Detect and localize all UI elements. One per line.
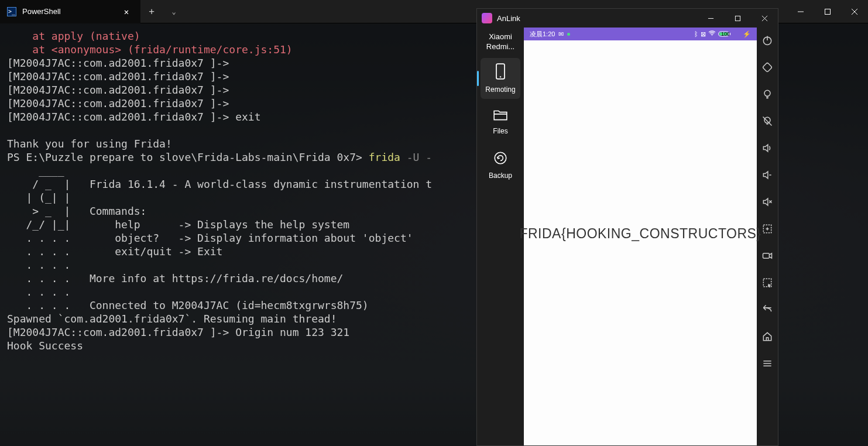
prompt-line: [M2004J7AC::com.ad2001.frida0x7 ]->	[7, 70, 229, 83]
powershell-icon: >_	[7, 7, 16, 16]
volume-mute-icon[interactable]	[760, 195, 774, 209]
status-dot-icon	[567, 33, 570, 36]
banner-line: . . . .	[7, 259, 70, 271]
anlink-logo-icon	[482, 13, 492, 23]
sidebar-label: Backup	[489, 171, 512, 180]
svg-point-10	[495, 152, 506, 164]
power-icon[interactable]	[760, 33, 774, 47]
charging-icon: ⚡	[743, 30, 751, 38]
svg-point-21	[764, 117, 770, 123]
maximize-button[interactable]	[814, 0, 841, 23]
device-line1: Xiaomi	[486, 32, 514, 42]
svg-rect-5	[735, 16, 740, 20]
anlink-close-button[interactable]	[751, 9, 778, 28]
banner-line: . . . . Connected to M2004J7AC (id=hecm8…	[7, 299, 369, 311]
sidebar-item-files[interactable]: Files	[481, 101, 520, 142]
svg-point-9	[500, 76, 501, 77]
record-icon[interactable]	[760, 249, 774, 263]
volume-down-icon[interactable]	[760, 168, 774, 182]
ps-prompt: PS E:\Puzzle prepare to slove\Frida-Labs…	[7, 151, 369, 163]
anlink-maximize-button[interactable]	[724, 9, 751, 28]
close-button[interactable]	[841, 0, 868, 23]
select-icon[interactable]	[760, 276, 774, 290]
svg-point-18	[764, 90, 770, 96]
svg-rect-1	[825, 9, 831, 14]
bluetooth-icon: ᛒ	[694, 30, 698, 37]
banner-line: / _ | Frida 16.1.4 - A world-class dynam…	[7, 178, 432, 190]
dnd-icon: ⊠	[701, 30, 706, 38]
window-controls	[787, 0, 868, 23]
device-name: Xiaomi Redmi...	[485, 30, 516, 58]
anlink-window: AnLink Xiaomi Redmi... Remoting	[476, 8, 778, 446]
tab-powershell[interactable]: >_ PowerShell ✕	[0, 0, 140, 23]
volume-up-icon[interactable]	[760, 141, 774, 155]
ps-flag: -U -	[400, 151, 432, 163]
bulb-off-icon[interactable]	[760, 114, 774, 128]
phone-view[interactable]: 凌晨1:20 ✉ ᛒ ⊠ 100 ⚡	[524, 28, 757, 445]
flag-text: FRIDA{HOOKING_CONSTRUCTORS}	[519, 225, 761, 243]
sidebar-item-backup[interactable]: Backup	[481, 145, 520, 186]
tab-dropdown-button[interactable]: ⌄	[163, 0, 185, 23]
prompt-line: [M2004J7AC::com.ad2001.frida0x7 ]->	[7, 97, 229, 109]
folder-icon	[493, 108, 508, 123]
backup-icon	[493, 150, 508, 168]
anlink-sidebar: Xiaomi Redmi... Remoting Files Backup	[477, 28, 524, 445]
new-tab-button[interactable]: +	[140, 0, 163, 23]
phone-content: FRIDA{HOOKING_CONSTRUCTORS}	[524, 40, 757, 445]
wifi-icon	[708, 30, 716, 37]
svg-point-11	[712, 35, 712, 36]
sidebar-label: Remoting	[485, 85, 515, 94]
bulb-icon[interactable]	[760, 87, 774, 101]
tab-title: PowerShell	[22, 7, 119, 16]
hook-line: Hook Success	[7, 339, 83, 352]
anlink-title: AnLink	[497, 14, 520, 23]
ps-command: frida	[369, 151, 400, 163]
anlink-minimize-button[interactable]	[697, 9, 724, 28]
home-icon[interactable]	[760, 330, 774, 344]
thanks-line: Thank you for using Frida!	[7, 138, 172, 150]
svg-rect-17	[763, 63, 772, 72]
error-line: at apply (native)	[7, 30, 140, 42]
notification-icon: ✉	[558, 30, 564, 38]
banner-line: . . . . More info at https://frida.re/do…	[7, 272, 343, 284]
anlink-body: Xiaomi Redmi... Remoting Files Backup	[477, 28, 778, 445]
battery-icon: 100	[718, 31, 740, 37]
prompt-line: [M2004J7AC::com.ad2001.frida0x7 ]->	[7, 84, 229, 96]
phone-icon	[494, 63, 507, 82]
crop-add-icon[interactable]	[760, 222, 774, 236]
tab-close-button[interactable]: ✕	[119, 5, 133, 19]
banner-line: ____	[7, 164, 64, 177]
back-icon[interactable]	[760, 303, 774, 317]
banner-line: | (_| |	[7, 191, 70, 204]
banner-line: > _ | Commands:	[7, 205, 146, 217]
menu-icon[interactable]	[760, 356, 774, 370]
error-line: at <anonymous> (frida/runtime/core.js:51…	[7, 43, 293, 56]
spawned-line: Spawned `com.ad2001.frida0x7`. Resuming …	[7, 313, 337, 325]
anlink-titlebar: AnLink	[477, 9, 778, 28]
origin-line: [M2004J7AC::com.ad2001.frida0x7 ]-> Orig…	[7, 326, 349, 338]
banner-line: /_/ |_| help -> Displays the help system	[7, 218, 349, 231]
prompt-line: [M2004J7AC::com.ad2001.frida0x7 ]->	[7, 57, 229, 69]
device-line2: Redmi...	[486, 42, 514, 52]
sidebar-item-remoting[interactable]: Remoting	[481, 58, 520, 99]
banner-line: . . . . object? -> Display information a…	[7, 232, 413, 244]
prompt-exit-line: [M2004J7AC::com.ad2001.frida0x7 ]-> exit	[7, 111, 260, 123]
sidebar-label: Files	[493, 127, 507, 135]
anlink-window-controls	[697, 9, 778, 28]
banner-line: . . . .	[7, 286, 70, 298]
rotate-icon[interactable]	[760, 60, 774, 74]
svg-rect-30	[763, 253, 770, 258]
banner-line: . . . . exit/quit -> Exit	[7, 245, 222, 258]
statusbar-time: 凌晨1:20	[530, 30, 555, 39]
phone-statusbar: 凌晨1:20 ✉ ᛒ ⊠ 100 ⚡	[524, 28, 757, 40]
minimize-button[interactable]	[787, 0, 814, 23]
